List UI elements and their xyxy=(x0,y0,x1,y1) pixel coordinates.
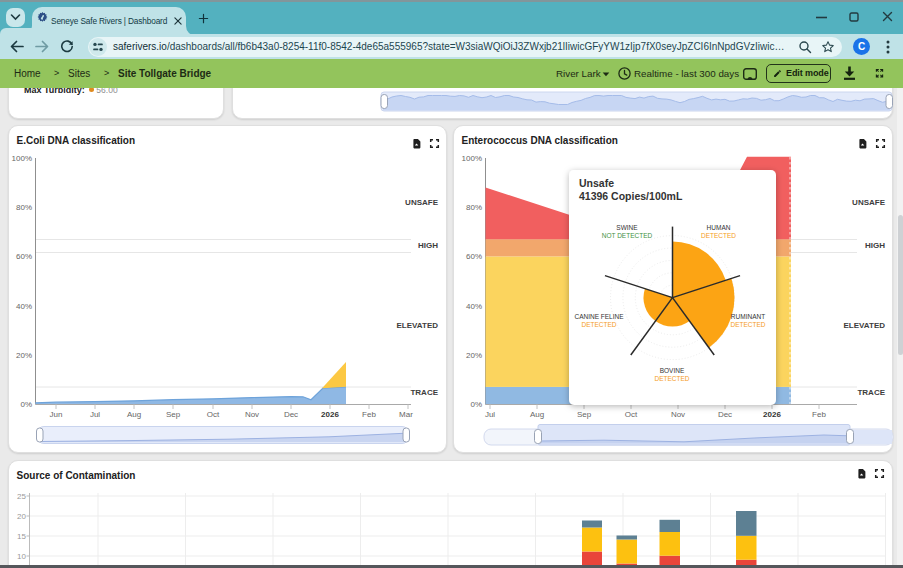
svg-text:15: 15 xyxy=(17,532,26,541)
svg-text:Feb: Feb xyxy=(362,410,376,419)
svg-text:Nov: Nov xyxy=(671,410,685,419)
svg-text:UNSAFE: UNSAFE xyxy=(405,198,439,207)
svg-text:80%: 80% xyxy=(466,203,482,212)
svg-text:Oct: Oct xyxy=(625,410,638,419)
svg-text:Dec: Dec xyxy=(718,410,732,419)
svg-text:Dec: Dec xyxy=(284,410,298,419)
svg-text:DETECTED: DETECTED xyxy=(701,232,736,239)
svg-text:Oct: Oct xyxy=(207,410,220,419)
svg-text:UNSAFE: UNSAFE xyxy=(852,198,886,207)
svg-text:Aug: Aug xyxy=(127,410,141,419)
svg-text:HUMAN: HUMAN xyxy=(707,224,731,231)
svg-text:2026: 2026 xyxy=(763,410,781,419)
svg-text:25: 25 xyxy=(17,492,26,501)
svg-text:DETECTED: DETECTED xyxy=(730,321,765,328)
svg-text:40%: 40% xyxy=(466,302,482,311)
svg-text:Aug: Aug xyxy=(530,410,544,419)
svg-text:HIGH: HIGH xyxy=(865,241,885,250)
svg-text:0%: 0% xyxy=(20,400,32,409)
svg-text:40%: 40% xyxy=(16,302,32,311)
svg-text:80%: 80% xyxy=(16,203,32,212)
svg-text:SWINE: SWINE xyxy=(616,224,638,231)
svg-text:Sep: Sep xyxy=(577,410,592,419)
svg-text:Mar: Mar xyxy=(399,410,413,419)
svg-text:20%: 20% xyxy=(16,351,32,360)
svg-text:DETECTED: DETECTED xyxy=(654,375,689,382)
svg-text:BOVINE: BOVINE xyxy=(660,367,685,374)
svg-text:Nov: Nov xyxy=(245,410,259,419)
svg-text:RUMINANT: RUMINANT xyxy=(731,313,765,320)
svg-text:Enterococcus DNA classificatio: Enterococcus DNA classification xyxy=(462,135,618,146)
svg-text:Unsafe: Unsafe xyxy=(579,177,614,189)
svg-text:20%: 20% xyxy=(466,351,482,360)
svg-text:Jul: Jul xyxy=(90,410,100,419)
svg-text:ELEVATED: ELEVATED xyxy=(397,321,439,330)
svg-text:0%: 0% xyxy=(470,400,482,409)
svg-text:Jun: Jun xyxy=(50,410,63,419)
svg-text:20: 20 xyxy=(17,512,26,521)
svg-text:2026: 2026 xyxy=(321,410,339,419)
svg-text:41396 Copies/100mL: 41396 Copies/100mL xyxy=(579,190,683,202)
svg-text:HIGH: HIGH xyxy=(418,241,438,250)
svg-text:DETECTED: DETECTED xyxy=(581,321,616,328)
svg-text:ELEVATED: ELEVATED xyxy=(844,321,886,330)
svg-text:E.Coli DNA classification: E.Coli DNA classification xyxy=(17,135,136,146)
svg-text:CANINE FELINE: CANINE FELINE xyxy=(574,313,624,320)
svg-text:TRACE: TRACE xyxy=(857,388,885,397)
svg-text:100%: 100% xyxy=(12,154,32,163)
svg-text:60%: 60% xyxy=(16,252,32,261)
svg-text:NOT DETECTED: NOT DETECTED xyxy=(602,232,653,239)
svg-text:TRACE: TRACE xyxy=(410,388,438,397)
svg-text:100%: 100% xyxy=(462,154,482,163)
svg-text:10: 10 xyxy=(17,552,26,561)
svg-text:Feb: Feb xyxy=(812,410,826,419)
svg-text:60%: 60% xyxy=(466,252,482,261)
svg-text:Source of Contamination: Source of Contamination xyxy=(17,470,136,481)
svg-text:Sep: Sep xyxy=(166,410,181,419)
svg-text:Jul: Jul xyxy=(485,410,495,419)
